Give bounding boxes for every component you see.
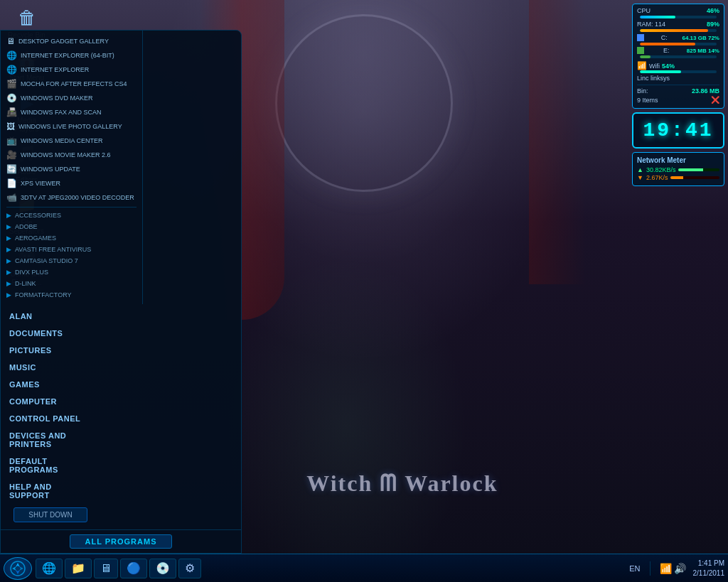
menu-item-label: 3DTV AT JPEG2000 VIDEO DECODER (21, 194, 134, 201)
folder-icon: 📁 (71, 561, 85, 575)
ram-label: RAM: 114 (637, 21, 665, 28)
menu-item-windows-media-center[interactable]: 📺 WINDOWS MEDIA CENTER (1, 134, 142, 148)
right-menu-games[interactable]: GAMES (1, 376, 100, 393)
menu-item-icon: 🌐 (6, 65, 17, 75)
ram-bar-fill (640, 29, 708, 32)
menu-item-3dtv-at-jpeg2000-vid[interactable]: 📹 3DTV AT JPEG2000 VIDEO DECODER (1, 190, 142, 205)
bin-section: Bin: 23.86 MB 9 Items ❌ (637, 85, 719, 104)
network-meter-title: Network Meter (637, 156, 719, 164)
menu-item-label: XPS VIEWER (21, 180, 60, 187)
menu-item-windows-dvd-maker[interactable]: 💿 WINDOWS DVD MAKER (1, 91, 142, 105)
tray-volume-icon[interactable]: 🔊 (674, 563, 686, 574)
start-menu-bottom: ALL PROGRAMS (1, 529, 241, 553)
right-menu-computer[interactable]: COMPUTER (1, 393, 100, 410)
menu-folder-accessories[interactable]: ▶ ACCESSORIES (1, 210, 142, 221)
menu-item-icon: 💿 (6, 93, 17, 103)
folder-label: FORMATFACTORY (15, 291, 72, 298)
start-button[interactable] (4, 557, 32, 580)
e-drive-bar-fill (640, 55, 651, 58)
menu-item-windows-live-photo-g[interactable]: 🖼 WINDOWS LIVE PHOTO GALLERY (1, 119, 142, 134)
cpu-row: CPU 46% (637, 7, 719, 14)
tray-network-icon[interactable]: 📶 (660, 563, 672, 574)
settings-icon: ⚙ (185, 561, 195, 575)
taskbar-clock: 1:41 PM 2/11/2011 (693, 559, 725, 578)
shutdown-container: SHUT DOWN (1, 507, 100, 522)
menu-item-windows-fax-and-scan[interactable]: 📠 WINDOWS FAX AND SCAN (1, 105, 142, 119)
right-menu-help-and-support[interactable]: HELP AND SUPPORT (1, 478, 100, 504)
taskbar-items: 🌐 📁 🖥 🔵 💿 ⚙ (36, 559, 626, 578)
taskbar-language: EN (626, 564, 643, 573)
menu-item-desktop-gadget-galle[interactable]: 🖥 DESKTOP GADGET GALLERY (1, 34, 142, 48)
menu-folder-d-link[interactable]: ▶ D-LINK (1, 278, 142, 289)
menu-item-label: WINDOWS FAX AND SCAN (21, 109, 102, 116)
menu-item-internet-explorer-(6[interactable]: 🌐 INTERNET EXPLORER (64-BIT) (1, 48, 142, 63)
menu-item-mocha-for-after-effe[interactable]: 🎬 MOCHA FOR AFTER EFFECTS CS4 (1, 77, 142, 91)
menu-folder-divx-plus[interactable]: ▶ DIVX PLUS (1, 266, 142, 278)
menu-folder-adobe[interactable]: ▶ ADOBE (1, 221, 142, 232)
folder-icon: ▶ (6, 291, 11, 298)
upload-row: ▲ 30.82KB/s (637, 166, 719, 173)
upload-bar (678, 168, 719, 171)
menu-item-label: WINDOWS UPDATE (21, 166, 80, 173)
ram-row: RAM: 114 89% (637, 21, 719, 28)
menu-item-xps-viewer[interactable]: 📄 XPS VIEWER (1, 176, 142, 190)
taskbar-explorer-btn[interactable]: 🖥 (94, 559, 118, 578)
explorer-icon: 🖥 (100, 562, 112, 575)
menu-folder-camtasia-studio-7[interactable]: ▶ CAMTASIA STUDIO 7 (1, 255, 142, 266)
folder-icon: ▶ (6, 280, 11, 287)
start-menu-items: 🖥 DESKTOP GADGET GALLERY🌐 INTERNET EXPLO… (1, 34, 142, 205)
menu-folder-aerogames[interactable]: ▶ AEROGAMES (1, 232, 142, 244)
folder-label: CAMTASIA STUDIO 7 (15, 257, 78, 264)
clock-gadget: 19:41 (632, 112, 724, 149)
taskbar-ie-btn[interactable]: 🌐 (36, 559, 63, 578)
taskbar-folder-btn[interactable]: 📁 (65, 559, 92, 578)
menu-item-icon: 🖥 (6, 36, 15, 46)
taskbar-media-btn[interactable]: 💿 (149, 559, 176, 578)
right-menu-devices-and-printers[interactable]: DEVICES AND PRINTERS (1, 427, 100, 453)
cpu-label: CPU (637, 7, 651, 14)
folder-icon: ▶ (6, 269, 11, 276)
folder-label: AVAST! FREE ANTIVIRUS (15, 246, 91, 253)
menu-item-icon: 🔄 (6, 164, 17, 174)
right-menu-pictures[interactable]: PICTURES (1, 342, 100, 359)
e-drive-value: 825 MB 14% (687, 48, 719, 54)
all-programs-button[interactable]: ALL PROGRAMS (70, 534, 171, 549)
right-menu-default-programs[interactable]: DEFAULT PROGRAMS (1, 453, 100, 478)
menu-item-label: INTERNET EXPLORER (21, 66, 89, 73)
taskbar-settings-btn[interactable]: ⚙ (178, 559, 201, 578)
menu-folder-avast!-free-antiviru[interactable]: ▶ AVAST! FREE ANTIVIRUS (1, 244, 142, 255)
right-menu-music[interactable]: MUSIC (1, 359, 100, 376)
start-menu-content: 🖥 DESKTOP GADGET GALLERY🌐 INTERNET EXPLO… (1, 31, 241, 529)
wifi-section: 📶 Wifi 54% Linc linksys (637, 61, 719, 82)
c-drive-value: 64.13 GB 72% (682, 35, 719, 41)
start-menu-right: ALANDOCUMENTSPICTURESMUSICGAMESCOMPUTERC… (1, 304, 100, 529)
start-menu-right-items: ALANDOCUMENTSPICTURESMUSICGAMESCOMPUTERC… (1, 308, 100, 504)
menu-folder-formatfactory[interactable]: ▶ FORMATFACTORY (1, 289, 142, 301)
drives-section: C: 64.13 GB 72% E: 825 MB 14% (637, 34, 719, 58)
folder-icon: ▶ (6, 257, 11, 264)
start-logo-icon (10, 561, 26, 576)
menu-item-windows-update[interactable]: 🔄 WINDOWS UPDATE (1, 162, 142, 176)
start-menu-panel: 🖥 DESKTOP GADGET GALLERY🌐 INTERNET EXPLO… (0, 30, 242, 554)
taskbar-chrome-btn[interactable]: 🔵 (120, 559, 147, 578)
taskbar-divider (650, 561, 651, 576)
taskbar-right: EN 📶 🔊 1:41 PM 2/11/2011 (626, 559, 724, 578)
right-menu-documents[interactable]: DOCUMENTS (1, 325, 100, 342)
menu-item-windows-movie-maker-[interactable]: 🎥 WINDOWS MOVIE MAKER 2.6 (1, 148, 142, 162)
folder-label: DIVX PLUS (15, 269, 48, 276)
right-menu-alan[interactable]: ALAN (1, 308, 100, 325)
right-menu-control-panel[interactable]: CONTROL PANEL (1, 410, 100, 427)
menu-item-internet-explorer[interactable]: 🌐 INTERNET EXPLORER (1, 63, 142, 77)
e-drive-label: E: (663, 47, 670, 54)
menu-item-label: INTERNET EXPLORER (64-BIT) (21, 52, 114, 59)
menu-item-label: WINDOWS DVD MAKER (21, 95, 93, 102)
c-drive-bar-fill (640, 43, 695, 45)
upload-bar-fill (678, 168, 703, 171)
shutdown-button[interactable]: SHUT DOWN (14, 507, 87, 522)
chrome-icon: 🔵 (127, 561, 141, 575)
download-bar-fill (670, 176, 682, 179)
menu-item-icon: 📺 (6, 136, 17, 146)
e-drive-row: E: 825 MB 14% (637, 47, 719, 54)
c-drive-bar (640, 43, 717, 45)
recycle-bin-img: 🗑 (16, 6, 38, 29)
